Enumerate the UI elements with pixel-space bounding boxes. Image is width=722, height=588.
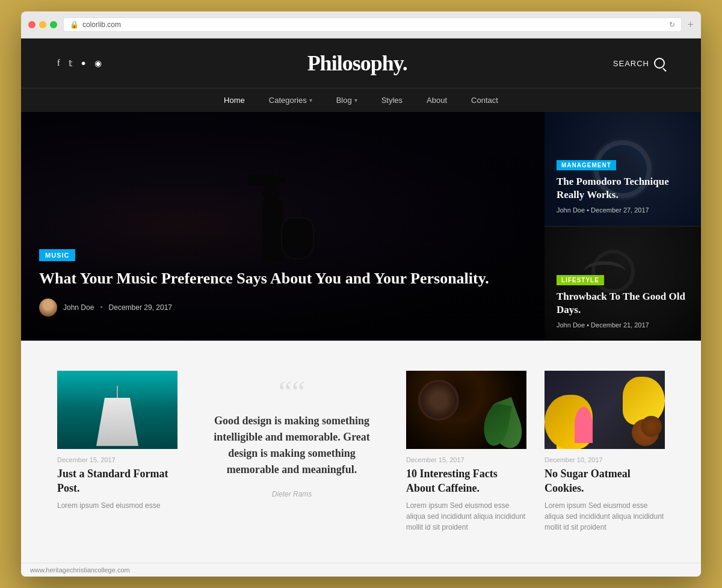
site-title: Philosophy. [307, 51, 407, 76]
hero-date: December 29, 2017 [109, 303, 172, 312]
avatar-image [39, 299, 57, 317]
search-button[interactable]: SEARCH [613, 58, 665, 69]
card-title-2: Throwback To The Good Old Days. [557, 290, 689, 317]
post-card-1[interactable]: December 15, 2017 Just a Standard Format… [57, 371, 177, 511]
card-content-2: LIFESTYLE Throwback To The Good Old Days… [557, 274, 689, 329]
post-image-3 [545, 371, 665, 449]
nav-item-categories[interactable]: Categories ▾ [269, 96, 312, 105]
quote-author: Dieter Rams [208, 490, 376, 498]
browser-window: 🔒 colorlib.com ↻ + f 𝕥 ● ◉ Philosophy. S… [21, 11, 701, 577]
lamp-image [57, 371, 177, 449]
chevron-down-icon: ▾ [309, 97, 312, 104]
nav-item-styles[interactable]: Styles [381, 96, 403, 105]
card-title-1: The Pomodoro Technique Really Works. [557, 175, 689, 202]
card-meta-2: John Doe • December 21, 2017 [557, 321, 689, 329]
status-bar: www.heritagechristiancollege.com [21, 563, 701, 577]
post-card-2[interactable]: December 15, 2017 10 Interesting Facts A… [406, 371, 526, 533]
hero-card-lifestyle[interactable]: LIFESTYLE Throwback To The Good Old Days… [545, 227, 701, 341]
hero-main-meta: John Doe • December 29, 2017 [39, 299, 532, 317]
post2-date: December 15, 2017 [406, 456, 526, 463]
author-avatar [39, 299, 57, 317]
nav-blog-label: Blog [336, 96, 352, 105]
hero-author: John Doe [63, 303, 94, 312]
browser-chrome: 🔒 colorlib.com ↻ + [21, 11, 701, 39]
hero-content: MUSIC What Your Music Preference Says Ab… [39, 249, 532, 317]
post1-excerpt: Lorem ipsum Sed eiusmod esse [57, 500, 177, 511]
music-badge: MUSIC [39, 249, 75, 261]
status-url: www.heritagechristiancollege.com [30, 566, 130, 574]
post3-date: December 10, 2017 [545, 456, 665, 463]
post-image-2 [406, 371, 526, 449]
search-icon [654, 58, 665, 69]
card2-author: John Doe [557, 321, 585, 329]
lock-icon: 🔒 [70, 20, 79, 29]
lamp-shade [96, 398, 138, 446]
hero-card-management[interactable]: MANAGEMENT The Pomodoro Technique Really… [545, 112, 701, 227]
site-header: f 𝕥 ● ◉ Philosophy. SEARCH [21, 39, 701, 88]
hero-section: MUSIC What Your Music Preference Says Ab… [21, 112, 701, 341]
refresh-icon[interactable]: ↻ [669, 20, 675, 29]
minimize-button[interactable] [39, 21, 46, 28]
browser-dots [28, 21, 57, 28]
post1-title: Just a Standard Format Post. [57, 467, 177, 495]
card-content-1: MANAGEMENT The Pomodoro Technique Really… [557, 159, 689, 214]
close-button[interactable] [28, 21, 35, 28]
url-bar[interactable]: 🔒 colorlib.com ↻ [63, 17, 682, 32]
chevron-down-icon: ▾ [354, 97, 357, 104]
nav-item-contact[interactable]: Contact [471, 96, 498, 105]
hero-main-post[interactable]: MUSIC What Your Music Preference Says Ab… [21, 112, 545, 341]
card1-date: December 27, 2017 [591, 206, 649, 214]
management-badge: MANAGEMENT [557, 160, 616, 170]
new-tab-button[interactable]: + [688, 19, 694, 31]
post3-title: No Sugar Oatmeal Cookies. [545, 467, 665, 495]
card2-date: December 21, 2017 [591, 321, 649, 329]
content-grid: December 15, 2017 Just a Standard Format… [57, 371, 665, 533]
post2-title: 10 Interesting Facts About Caffeine. [406, 467, 526, 495]
post2-excerpt: Lorem ipsum Sed eiusmod esse aliqua sed … [406, 500, 526, 533]
quote-card: ““ Good design is making something intel… [196, 371, 388, 504]
quote-text: Good design is making something intellig… [208, 413, 376, 478]
coffee-image [406, 371, 526, 449]
hero-sidebar: MANAGEMENT The Pomodoro Technique Really… [545, 112, 701, 341]
website-content: f 𝕥 ● ◉ Philosophy. SEARCH Home Categori… [21, 39, 701, 577]
nav-item-blog[interactable]: Blog ▾ [336, 96, 357, 105]
facebook-icon[interactable]: f [57, 58, 60, 69]
search-label: SEARCH [613, 59, 649, 68]
quote-marks: ““ [208, 377, 376, 407]
pinterest-icon[interactable]: ◉ [94, 58, 102, 69]
post-image-1 [57, 371, 177, 449]
instagram-icon[interactable]: ● [81, 58, 86, 69]
flowers-image [545, 371, 665, 449]
post1-date: December 15, 2017 [57, 456, 177, 463]
lifestyle-badge: LIFESTYLE [557, 275, 604, 285]
nav-item-about[interactable]: About [427, 96, 447, 105]
card-meta-1: John Doe • December 27, 2017 [557, 206, 689, 214]
social-icons: f 𝕥 ● ◉ [57, 58, 102, 69]
hero-main-title: What Your Music Preference Says About Yo… [39, 268, 532, 289]
site-navigation: Home Categories ▾ Blog ▾ Styles About Co… [21, 88, 701, 112]
content-section: December 15, 2017 Just a Standard Format… [21, 341, 701, 563]
nav-categories-label: Categories [269, 96, 307, 105]
nav-item-home[interactable]: Home [224, 96, 245, 105]
post3-excerpt: Lorem ipsum Sed eiusmod esse aliqua sed … [545, 500, 665, 533]
maximize-button[interactable] [50, 21, 57, 28]
post-card-3[interactable]: December 10, 2017 No Sugar Oatmeal Cooki… [545, 371, 665, 533]
meta-separator: • [100, 303, 102, 312]
card1-author: John Doe [557, 206, 585, 214]
twitter-icon[interactable]: 𝕥 [69, 58, 73, 69]
url-text: colorlib.com [82, 20, 121, 29]
